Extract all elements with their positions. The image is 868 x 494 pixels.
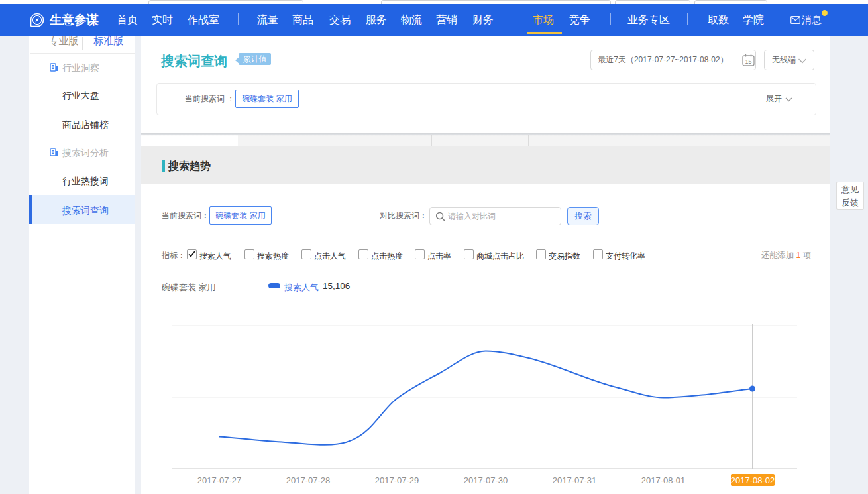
svg-text:2017-08-02: 2017-08-02 — [731, 475, 775, 485]
svg-text:2017-08-01: 2017-08-01 — [641, 475, 686, 485]
svg-text:2017-07-30: 2017-07-30 — [464, 475, 508, 485]
svg-text:2017-07-28: 2017-07-28 — [286, 475, 331, 485]
svg-text:2017-07-27: 2017-07-27 — [197, 475, 242, 485]
svg-text:15: 15 — [745, 58, 751, 65]
svg-text:2017-07-29: 2017-07-29 — [375, 475, 419, 485]
svg-text:2017-07-31: 2017-07-31 — [553, 475, 597, 485]
